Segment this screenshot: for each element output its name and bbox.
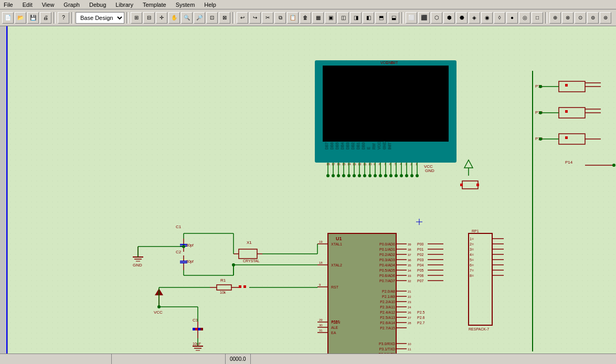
toolbar: 📄 📂 💾 🖨 ? Base Design ⊞ ⊟ ✛ ✋ 🔍 🔎 ⊡ ⊠ ↩ … <box>0 9 616 26</box>
zoom-out-button[interactable]: 🔎 <box>194 12 205 24</box>
cursor-button[interactable]: ✛ <box>156 12 167 24</box>
svg-point-317 <box>232 263 235 266</box>
zoom-area-button[interactable]: ⊠ <box>219 12 230 24</box>
b13[interactable]: ◈ <box>469 12 480 24</box>
svg-text:CRYSTAL: CRYSTAL <box>243 259 260 263</box>
b21[interactable]: ⊙ <box>575 12 586 24</box>
menu-file[interactable]: File <box>2 1 15 8</box>
b20[interactable]: ⊗ <box>562 12 573 24</box>
svg-text:RP1: RP1 <box>472 229 479 233</box>
b17[interactable]: ◎ <box>519 12 530 24</box>
menu-system[interactable]: System <box>174 1 197 8</box>
b23[interactable]: ⊛ <box>600 12 611 24</box>
svg-rect-135 <box>193 328 195 330</box>
b16[interactable]: ● <box>506 12 518 24</box>
b2[interactable]: ▣ <box>325 12 336 24</box>
grid2-button[interactable]: ⊟ <box>143 12 155 24</box>
b7[interactable]: ⬓ <box>388 12 399 24</box>
b9[interactable]: ⬛ <box>418 12 430 24</box>
svg-text:22: 22 <box>408 295 411 298</box>
svg-point-86 <box>539 111 542 114</box>
print-button[interactable]: 🖨 <box>40 12 51 24</box>
paste-button[interactable]: 📋 <box>287 12 299 24</box>
svg-text:10: 10 <box>408 342 411 346</box>
svg-text:P07: P07 <box>417 279 424 283</box>
new-button[interactable]: 📄 <box>2 12 14 24</box>
svg-text:DB4: DB4 <box>341 142 344 149</box>
svg-rect-80 <box>565 84 568 87</box>
b15[interactable]: ◊ <box>494 12 505 24</box>
pan-button[interactable]: ✋ <box>168 12 180 24</box>
svg-point-316 <box>182 245 185 248</box>
b11[interactable]: ⬢ <box>443 12 455 24</box>
status-coords: 0000.0 <box>230 354 251 364</box>
svg-text:P04: P04 <box>417 263 424 267</box>
menu-view[interactable]: View <box>40 1 56 8</box>
menu-library[interactable]: Library <box>114 1 135 8</box>
svg-text:P2.3/A11: P2.3/A11 <box>380 305 395 309</box>
svg-text:RST: RST <box>331 285 339 289</box>
b3[interactable]: ◫ <box>337 12 349 24</box>
svg-point-57 <box>347 174 351 177</box>
svg-text:23: 23 <box>408 301 411 304</box>
menu-debug[interactable]: Debug <box>88 1 108 8</box>
svg-text:28: 28 <box>408 322 411 325</box>
grid-button[interactable]: ⊞ <box>131 12 142 24</box>
b12[interactable]: ⬣ <box>456 12 468 24</box>
svg-rect-129 <box>243 285 246 288</box>
design-dropdown[interactable]: Base Design <box>76 12 124 24</box>
svg-text:R1: R1 <box>220 278 226 283</box>
svg-rect-3 <box>323 66 449 142</box>
help-button[interactable]: ? <box>58 12 69 24</box>
svg-point-59 <box>358 174 361 177</box>
svg-point-70 <box>416 174 419 177</box>
svg-text:6=: 6= <box>470 263 474 267</box>
zoom-in-button[interactable]: 🔍 <box>181 12 193 24</box>
zoom-fit-button[interactable]: ⊡ <box>206 12 218 24</box>
svg-point-79 <box>539 85 542 88</box>
b5[interactable]: ◧ <box>363 12 374 24</box>
b18[interactable]: □ <box>532 12 543 24</box>
menu-graph[interactable]: Graph <box>62 1 81 8</box>
svg-point-60 <box>363 174 366 177</box>
save-button[interactable]: 💾 <box>27 12 39 24</box>
svg-point-53 <box>326 174 330 177</box>
svg-text:VCC: VCC <box>377 142 381 149</box>
sep6 <box>545 12 547 24</box>
svg-text:38: 38 <box>408 248 411 251</box>
b22[interactable]: ⊚ <box>587 12 599 24</box>
svg-text:EA: EA <box>331 331 336 335</box>
svg-text:P02: P02 <box>417 253 424 256</box>
copy-button[interactable]: ⧉ <box>274 12 286 24</box>
b19[interactable]: ⊕ <box>549 12 561 24</box>
svg-text:P2.1/A9: P2.1/A9 <box>382 295 395 298</box>
svg-text:12: 12 <box>408 353 411 354</box>
b10[interactable]: ⬡ <box>431 12 442 24</box>
svg-point-64 <box>384 174 387 177</box>
svg-text:ALE: ALE <box>331 326 338 329</box>
svg-text:P2.6: P2.6 <box>417 316 425 319</box>
svg-text:3=: 3= <box>470 248 474 251</box>
menu-edit[interactable]: Edit <box>21 1 34 8</box>
left-ruler <box>0 26 8 354</box>
status-bar: 0000.0 <box>0 354 616 364</box>
delete-button[interactable]: 🗑 <box>300 12 311 24</box>
redo-button[interactable]: ↪ <box>249 12 261 24</box>
b8[interactable]: ⬜ <box>406 12 417 24</box>
svg-text:DB3: DB3 <box>346 142 349 149</box>
b4[interactable]: ◨ <box>350 12 362 24</box>
b1[interactable]: ▦ <box>312 12 324 24</box>
b14[interactable]: ◉ <box>481 12 493 24</box>
b6[interactable]: ⬒ <box>375 12 387 24</box>
svg-text:19: 19 <box>319 240 323 243</box>
menu-template[interactable]: Template <box>141 1 168 8</box>
svg-text:P3.0/RXD: P3.0/RXD <box>379 342 395 346</box>
cut-button[interactable]: ✂ <box>262 12 273 24</box>
undo-button[interactable]: ↩ <box>237 12 248 24</box>
svg-text:36: 36 <box>408 259 411 262</box>
open-button[interactable]: 📂 <box>15 12 26 24</box>
svg-text:35: 35 <box>408 264 411 267</box>
menu-help[interactable]: Help <box>203 1 218 8</box>
svg-point-56 <box>342 174 345 177</box>
schematic-canvas[interactable]: DB7 DB6 DB5 DB4 DB3 DB2 DB1 DB0 E RW VCC… <box>8 26 616 354</box>
